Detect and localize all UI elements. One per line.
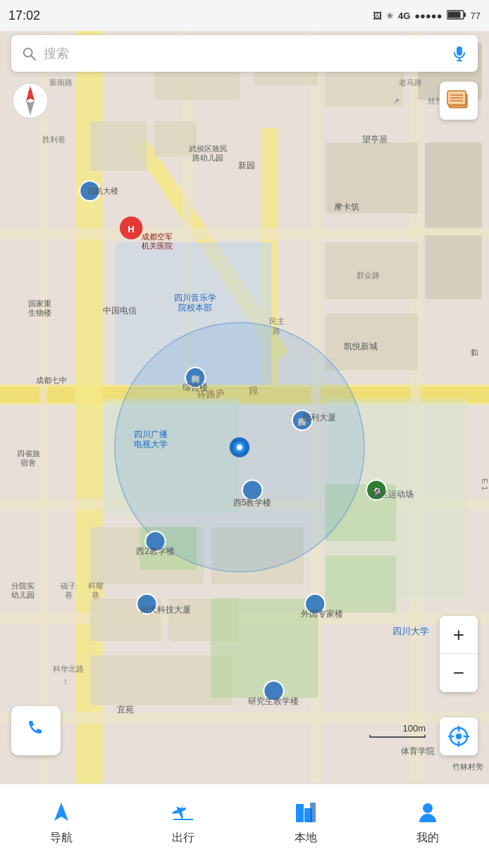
svg-text:巷: 巷: [92, 591, 99, 599]
svg-rect-134: [310, 803, 316, 822]
svg-text:群众路: 群众路: [357, 271, 380, 279]
svg-rect-132: [296, 804, 304, 822]
navigate-icon: [49, 800, 74, 825]
nav-item-mine[interactable]: 我的: [367, 800, 490, 845]
zoom-out-button[interactable]: −: [440, 654, 478, 692]
battery-icon: [447, 9, 466, 23]
svg-text:科华北路: 科华北路: [53, 665, 84, 673]
svg-marker-131: [54, 803, 68, 821]
svg-rect-5: [457, 46, 462, 56]
signal-bars: ●●●●●: [414, 11, 442, 21]
svg-point-130: [453, 731, 464, 742]
svg-text:民主: 民主: [269, 317, 285, 325]
svg-text:N: N: [28, 89, 33, 96]
search-placeholder[interactable]: 搜索: [44, 45, 451, 62]
scale-bar: 100m: [369, 723, 426, 738]
svg-text:电视大学: 电视大学: [134, 439, 168, 449]
svg-text:机关医院: 机关医院: [142, 241, 173, 250]
local-icon: [293, 800, 318, 825]
svg-text:四川广播: 四川广播: [134, 429, 168, 439]
nav-item-local[interactable]: 本地: [244, 800, 367, 845]
status-icons: 🖼 ✳ 4G ●●●●● 77: [373, 9, 481, 23]
bottom-navigation: 导航 出行 本地 我的: [0, 784, 489, 868]
nav-item-travel[interactable]: 出行: [123, 800, 245, 845]
svg-rect-2: [447, 11, 460, 18]
svg-text:↕: ↕: [63, 677, 68, 685]
svg-text:↗: ↗: [393, 96, 400, 105]
svg-text:武侯区致民: 武侯区致民: [189, 144, 228, 153]
search-bar[interactable]: 搜索: [11, 35, 478, 72]
svg-text:综合楼: 综合楼: [182, 382, 208, 392]
svg-text:H: H: [128, 224, 135, 234]
nav-item-navigation[interactable]: 导航: [0, 800, 123, 845]
svg-text:新南路: 新南路: [49, 78, 73, 87]
svg-text:中国电信: 中国电信: [103, 306, 137, 315]
svg-text:西2教学楼: 西2教学楼: [136, 546, 175, 556]
svg-point-135: [423, 803, 433, 813]
svg-text:摩卡筑: 摩卡筑: [334, 202, 359, 212]
svg-text:巷: 巷: [65, 591, 73, 599]
nav-label-navigation: 导航: [50, 831, 73, 845]
phone-button[interactable]: [11, 706, 61, 755]
zoom-in-button[interactable]: +: [440, 616, 478, 654]
svg-text:竹林村旁: 竹林村旁: [452, 762, 483, 771]
svg-text:体育学院: 体育学院: [401, 746, 435, 756]
svg-text:四省旅: 四省旅: [17, 449, 40, 458]
map-area[interactable]: H 🏢 🏢 ⚽ 环路庐 段 武侯区致民 路幼儿园 望亭居 四凯大楼 成都空军: [0, 0, 489, 784]
svg-text:宿舍: 宿舍: [20, 458, 36, 467]
svg-text:外国专家楼: 外国专家楼: [301, 609, 343, 619]
my-location-button[interactable]: [440, 717, 478, 755]
svg-text:科耀: 科耀: [88, 581, 104, 590]
svg-text:国家重: 国家重: [28, 299, 51, 308]
svg-point-57: [242, 480, 262, 500]
svg-rect-44: [325, 555, 396, 612]
svg-text:成都空军: 成都空军: [142, 232, 173, 241]
svg-text:四凯大楼: 四凯大楼: [87, 187, 118, 195]
network-icon: ✳: [386, 11, 394, 21]
svg-text:胜利巷: 胜利巷: [42, 135, 66, 144]
status-bar: 17:02 🖼 ✳ 4G ●●●●● 77: [0, 0, 489, 31]
search-icon: [21, 46, 37, 61]
nav-label-mine: 我的: [416, 831, 439, 845]
svg-rect-1: [464, 13, 466, 17]
svg-text:新园: 新园: [238, 161, 255, 170]
screenshot-icon: 🖼: [373, 11, 382, 21]
nav-label-local: 本地: [295, 831, 317, 845]
svg-text:生物楼: 生物楼: [28, 308, 51, 317]
svg-text:E 1: E 1: [481, 479, 489, 491]
layer-toggle-button[interactable]: [440, 82, 478, 120]
svg-text:宜苑: 宜苑: [117, 705, 134, 715]
svg-text:路: 路: [273, 327, 280, 335]
svg-text:分院实: 分院实: [11, 581, 35, 590]
scale-label: 100m: [402, 723, 426, 734]
svg-point-49: [237, 444, 242, 450]
svg-rect-34: [425, 235, 482, 299]
svg-text:成都七中: 成都七中: [36, 376, 67, 384]
svg-text:望亭居: 望亭居: [362, 134, 388, 144]
svg-rect-32: [425, 142, 482, 227]
svg-text:路幼儿园: 路幼儿园: [192, 153, 223, 162]
svg-text:磁子: 磁子: [60, 581, 76, 590]
svg-text:老马路: 老马路: [399, 78, 422, 87]
flight-icon: [171, 800, 196, 825]
svg-rect-20: [411, 0, 421, 784]
svg-text:西区运动场: 西区运动场: [371, 489, 414, 499]
nav-label-travel: 出行: [172, 831, 194, 845]
status-time: 17:02: [8, 8, 40, 23]
svg-text:凯悦新城: 凯悦新城: [344, 341, 378, 351]
svg-text:西5教学楼: 西5教学楼: [233, 498, 272, 508]
svg-text:普利大厦: 普利大厦: [302, 413, 336, 422]
svg-text:幼儿园: 幼儿园: [11, 591, 35, 599]
svg-text:川大科技大厦: 川大科技大厦: [140, 605, 191, 615]
scale-line: [369, 735, 426, 738]
svg-text:院校本部: 院校本部: [178, 303, 212, 313]
zoom-controls: + −: [440, 616, 478, 692]
mic-icon[interactable]: [451, 45, 468, 62]
battery-level: 77: [471, 11, 481, 21]
person-icon: [415, 800, 440, 825]
signal-4g: 4G: [398, 11, 410, 21]
svg-text:研究生教学楼: 研究生教学楼: [248, 696, 299, 706]
compass[interactable]: N: [11, 82, 49, 120]
svg-line-4: [31, 56, 35, 60]
svg-text:段: 段: [249, 385, 259, 396]
